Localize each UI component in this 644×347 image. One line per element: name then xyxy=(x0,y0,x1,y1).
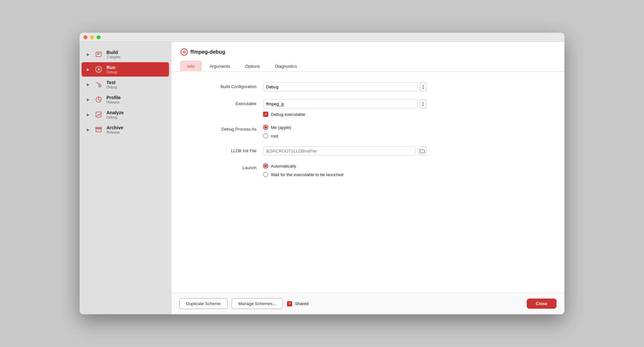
tab-info[interactable]: Info xyxy=(180,61,201,72)
bottom-bar: Duplicate Scheme Manage Schemes... ✓ Sha… xyxy=(171,293,564,314)
build-configuration-select-wrapper: Debug Release ▲ ▼ xyxy=(263,82,427,91)
executable-label: Executable xyxy=(191,99,256,106)
archive-text: Archive Release xyxy=(106,125,123,134)
tab-diagnostics[interactable]: Diagnostics xyxy=(268,61,304,72)
analyze-icon xyxy=(94,110,103,119)
me-apple-label: Me (apple) xyxy=(271,125,291,130)
build-text: Build 2 targets xyxy=(106,50,121,59)
archive-icon xyxy=(94,125,103,134)
chevron-icon: ▶ xyxy=(87,98,91,102)
archive-title: Archive xyxy=(106,125,123,130)
shared-row: ✓ Shared xyxy=(287,301,309,306)
close-dot[interactable] xyxy=(84,35,87,39)
chevron-icon: ▶ xyxy=(87,113,91,117)
chevron-icon: ▶ xyxy=(87,82,91,87)
debug-process-radio-group: Me (apple) root xyxy=(263,125,427,138)
spinner-up-icon: ▲ xyxy=(422,101,425,104)
main-content: ▶ Build 2 targets ▶ xyxy=(80,42,564,314)
build-title: Build xyxy=(106,50,121,55)
analyze-title: Analyze xyxy=(106,110,124,115)
automatically-radio[interactable] xyxy=(263,163,268,169)
executable-control: ffmpeg_g ▲ ▼ ✓ Debug executable xyxy=(263,99,427,117)
manage-schemes-button[interactable]: Manage Schemes... xyxy=(232,298,283,309)
scheme-icon-inner xyxy=(183,51,185,53)
shared-checkmark-icon: ✓ xyxy=(288,301,291,306)
scheme-icon xyxy=(180,48,188,56)
spinner-up-icon: ▲ xyxy=(422,84,425,87)
wait-radio-row: Wait for the executable to be launched xyxy=(263,172,427,177)
spinner-down-icon: ▼ xyxy=(422,104,425,106)
sidebar-item-run[interactable]: ▶ Run Debug xyxy=(82,62,169,77)
debug-executable-label: Debug executable xyxy=(271,112,305,117)
wait-radio[interactable] xyxy=(263,172,268,177)
profile-text: Profile Release xyxy=(106,95,121,104)
launch-row: Launch Automatically Wait for the execut… xyxy=(191,163,545,177)
launch-control: Automatically Wait for the executable to… xyxy=(263,163,427,177)
analyze-subtitle: Debug xyxy=(106,115,124,119)
build-icon xyxy=(94,50,103,59)
tab-options[interactable]: Options xyxy=(238,61,267,72)
debug-executable-checkbox[interactable]: ✓ xyxy=(263,112,268,117)
close-button[interactable]: Close xyxy=(527,299,557,309)
lldb-init-wrapper xyxy=(263,146,427,155)
debug-process-as-row: Debug Process As Me (apple) root xyxy=(191,125,545,138)
root-label: root xyxy=(271,134,278,138)
root-radio-row: root xyxy=(263,133,427,138)
me-apple-radio-row: Me (apple) xyxy=(263,125,427,130)
launch-radio-group: Automatically Wait for the executable to… xyxy=(263,163,427,177)
debug-process-as-control: Me (apple) root xyxy=(263,125,427,138)
panel-body: Build Configuration Debug Release ▲ ▼ xyxy=(171,72,564,293)
shared-label: Shared xyxy=(295,301,309,306)
root-radio[interactable] xyxy=(263,133,268,138)
chevron-icon: ▶ xyxy=(87,128,91,132)
tab-arguments[interactable]: Arguments xyxy=(203,61,237,72)
zoom-dot[interactable] xyxy=(97,35,101,39)
executable-spinner[interactable]: ▲ ▼ xyxy=(420,99,427,108)
executable-select-wrapper: ffmpeg_g ▲ ▼ xyxy=(263,99,427,108)
build-subtitle: 2 targets xyxy=(106,55,121,59)
executable-row: Executable ffmpeg_g ▲ ▼ xyxy=(191,99,545,117)
sidebar-item-analyze[interactable]: ▶ Analyze Debug xyxy=(82,107,169,122)
executable-select[interactable]: ffmpeg_g xyxy=(263,99,418,108)
shared-checkbox[interactable]: ✓ xyxy=(287,301,292,306)
minimize-dot[interactable] xyxy=(90,35,94,39)
profile-subtitle: Release xyxy=(106,100,121,104)
build-configuration-label: Build Configuration xyxy=(191,82,256,89)
scheme-title: ffmpeg-debug xyxy=(180,48,555,56)
run-title: Run xyxy=(106,65,117,70)
chevron-icon: ▶ xyxy=(87,67,91,72)
automatically-radio-row: Automatically xyxy=(263,163,427,169)
scheme-name: ffmpeg-debug xyxy=(190,49,225,55)
scheme-editor-dialog: ▶ Build 2 targets ▶ xyxy=(80,33,564,314)
run-icon xyxy=(94,65,103,74)
automatically-label: Automatically xyxy=(271,164,296,169)
sidebar-item-profile[interactable]: ▶ Profile Release xyxy=(82,92,169,107)
test-text: Test Debug xyxy=(106,80,117,89)
launch-label: Launch xyxy=(191,163,256,170)
duplicate-scheme-button[interactable]: Duplicate Scheme xyxy=(179,298,228,309)
me-apple-radio[interactable] xyxy=(263,125,268,130)
lldb-init-control xyxy=(263,146,427,155)
run-text: Run Debug xyxy=(106,65,117,74)
lldb-init-input[interactable] xyxy=(263,146,416,155)
chevron-icon: ▶ xyxy=(87,52,91,57)
build-configuration-control: Debug Release ▲ ▼ xyxy=(263,82,427,91)
sidebar-item-test[interactable]: ▶ Test Debug xyxy=(82,77,169,92)
build-configuration-select[interactable]: Debug Release xyxy=(263,82,418,91)
tabs: Info Arguments Options Diagnostics xyxy=(180,61,555,72)
build-configuration-spinner[interactable]: ▲ ▼ xyxy=(420,82,427,91)
debug-executable-row: ✓ Debug executable xyxy=(263,112,427,117)
lldb-init-label: LLDB Init File xyxy=(191,146,256,153)
lldb-init-row: LLDB Init File xyxy=(191,146,545,155)
analyze-text: Analyze Debug xyxy=(106,110,124,119)
test-subtitle: Debug xyxy=(106,85,117,89)
main-panel: ffmpeg-debug Info Arguments Options Diag… xyxy=(171,42,564,314)
sidebar-item-archive[interactable]: ▶ Archive Release xyxy=(82,122,169,137)
checkmark-icon: ✓ xyxy=(264,112,267,117)
sidebar: ▶ Build 2 targets ▶ xyxy=(80,42,171,314)
folder-browse-button[interactable] xyxy=(418,146,427,155)
panel-header: ffmpeg-debug Info Arguments Options Diag… xyxy=(171,42,564,72)
test-title: Test xyxy=(106,80,117,85)
sidebar-item-build[interactable]: ▶ Build 2 targets xyxy=(82,47,169,62)
title-bar xyxy=(80,33,564,42)
